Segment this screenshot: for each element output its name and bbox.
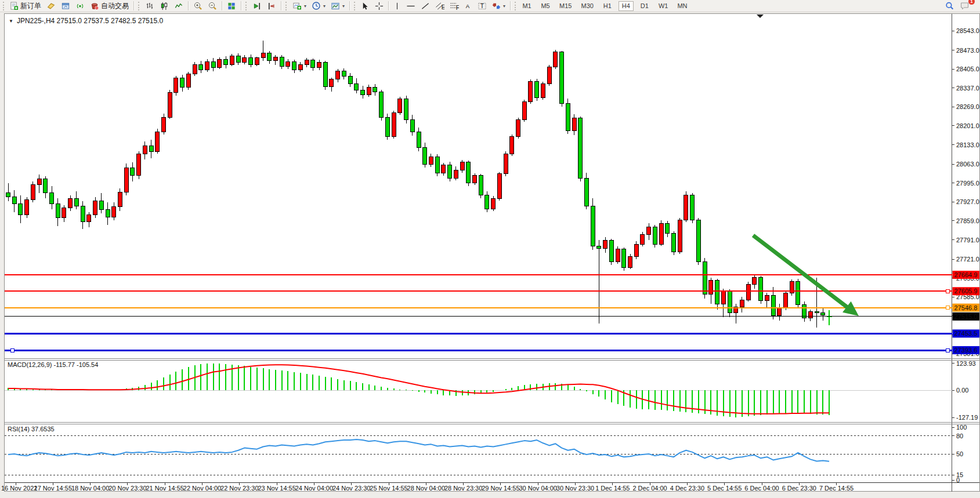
toolbar-grip[interactable] [245, 2, 248, 10]
candle-bull [740, 300, 744, 307]
candle-bear [609, 240, 613, 261]
candle-bull [659, 223, 663, 244]
horizontal-line-icon [406, 2, 415, 10]
price-tick-label: 27995.0 [956, 180, 979, 187]
trendline-button[interactable] [418, 1, 432, 12]
candle-bear [666, 223, 670, 233]
time-axis-label: 6 Dec 23:30 [782, 485, 816, 492]
toolbar-grip[interactable] [138, 2, 140, 10]
price-tick-label: 28201.0 [956, 122, 979, 129]
candle-bear [622, 249, 626, 267]
text-label-icon: T [478, 2, 487, 10]
candle-bull [336, 71, 340, 79]
timeframe-m15[interactable]: M15 [556, 1, 574, 11]
new-order-button[interactable]: 新订单 [8, 1, 44, 12]
candlestick-chart-button[interactable] [157, 1, 171, 12]
candle-bull [174, 78, 178, 93]
horizontal-line-button[interactable] [404, 1, 418, 12]
window-icon [61, 2, 70, 10]
candle-bull [305, 60, 309, 64]
bar-chart-button[interactable] [143, 1, 157, 12]
candle-bull [62, 208, 66, 218]
arrows-button[interactable]: ▾ [490, 1, 508, 12]
timeframe-d1[interactable]: D1 [637, 1, 652, 11]
candle-bear [672, 233, 676, 252]
line-chart-button[interactable] [172, 1, 186, 12]
templates-button[interactable]: ▾ [328, 1, 347, 12]
candle-bull [317, 62, 321, 68]
chart-title-bar: ▼ JPN225-,H4 27515.0 27537.5 27482.5 275… [9, 17, 163, 25]
candle-bull [162, 117, 166, 132]
svg-text:A: A [466, 3, 470, 9]
time-axis[interactable]: 16 Nov 202217 Nov 14:5518 Nov 04:0020 No… [1, 483, 854, 492]
profiles-button[interactable] [59, 1, 73, 12]
search-button[interactable] [942, 1, 957, 12]
candle-bull [137, 154, 141, 175]
candle-bull [516, 120, 520, 137]
candle-bull [522, 101, 526, 120]
tile-windows-icon [227, 2, 236, 10]
tile-windows-button[interactable] [225, 1, 238, 12]
chart-shift-button[interactable] [265, 1, 279, 12]
candle-bear [771, 296, 775, 316]
timeframe-mn[interactable]: MN [674, 1, 690, 11]
candle-bear [417, 132, 421, 148]
candle-bear [292, 61, 296, 70]
price-tick-label: 27859.0 [956, 217, 979, 224]
candle-bull [765, 296, 769, 301]
timeframe-h1[interactable]: H1 [600, 1, 615, 11]
time-axis-label: 17 Nov 14:55 [34, 485, 72, 492]
candle-bear [796, 282, 800, 304]
indicators-button[interactable]: ▾ [290, 1, 309, 12]
toolbar-grip[interactable] [515, 2, 517, 10]
notification-badge[interactable]: 1 [968, 0, 975, 5]
price-label-text: 27515.0 [954, 313, 978, 320]
arrows-icon [492, 2, 501, 10]
price-tick-label: 28133.0 [956, 141, 979, 148]
candle-bear [355, 84, 359, 90]
timeframe-m5[interactable]: M5 [538, 1, 553, 11]
candle-bull [429, 157, 433, 164]
macd-tick-label: 123.93 [956, 360, 976, 367]
zoom-in-button[interactable] [191, 1, 205, 12]
toolbar-grip[interactable] [285, 2, 288, 10]
timeframe-m1[interactable]: M1 [519, 1, 534, 11]
autotrading-button[interactable]: 自动交易 [88, 1, 131, 12]
macd-tick-label: 0.00 [956, 387, 968, 394]
timeframe-w1[interactable]: W1 [656, 1, 671, 11]
price-tick-label: 27791.0 [956, 237, 979, 243]
collapse-triangle-icon[interactable]: ▼ [9, 19, 13, 24]
cursor-button[interactable] [359, 1, 372, 12]
rsi-tick-label: 50 [956, 450, 963, 457]
chart-frame [5, 14, 980, 492]
candle-bear [236, 56, 240, 63]
text-button[interactable]: A [462, 1, 475, 12]
fibonacci-button[interactable]: F [447, 1, 461, 12]
price-label-text: 27453.5 [954, 330, 978, 337]
chart-canvas[interactable]: 28543.028473.028405.028337.028269.028201… [0, 0, 980, 498]
vertical-line-button[interactable] [391, 1, 403, 12]
candle-bear [802, 304, 807, 318]
candle-bear [448, 165, 452, 179]
candle-bull [286, 61, 290, 66]
auto-scroll-button[interactable] [250, 1, 264, 12]
toolbar-grip[interactable] [3, 2, 5, 10]
market-watch-button[interactable] [44, 1, 58, 12]
equidistant-channel-button[interactable]: E [433, 1, 447, 12]
signals-button[interactable] [73, 1, 87, 12]
periods-button[interactable]: ▾ [309, 1, 328, 12]
time-axis-label: 5 Dec 14:55 [707, 485, 742, 492]
candle-bear [44, 179, 48, 193]
candle-bear [821, 313, 825, 315]
time-axis-label: 29 Nov 14:55 [482, 485, 519, 492]
time-axis-label: 6 Dec 04:00 [744, 485, 779, 492]
zoom-out-button[interactable] [205, 1, 219, 12]
vertical-line-icon [393, 2, 401, 10]
text-label-button[interactable]: T [475, 1, 489, 12]
chevron-down-icon: ▾ [503, 3, 505, 9]
candle-bull [330, 79, 334, 86]
timeframe-h4[interactable]: H4 [619, 1, 634, 11]
timeframe-m30[interactable]: M30 [578, 1, 596, 11]
crosshair-button[interactable] [373, 1, 386, 12]
toolbar-grip[interactable] [354, 2, 356, 10]
